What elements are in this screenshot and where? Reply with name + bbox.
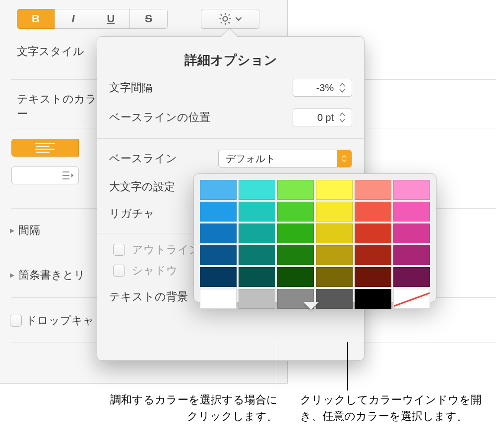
color-swatch[interactable] xyxy=(355,180,391,200)
char-spacing-field[interactable]: -3% xyxy=(293,79,352,97)
underline-button[interactable]: U xyxy=(92,9,130,29)
shadow-checkbox[interactable] xyxy=(113,265,125,277)
dropcap-checkbox[interactable] xyxy=(10,315,22,327)
spacing-label: 間隔 xyxy=(18,223,40,238)
color-swatch[interactable] xyxy=(355,202,391,222)
popover-arrow xyxy=(303,302,319,310)
ligature-label: リガチャ xyxy=(109,206,155,221)
char-spacing-value: -3% xyxy=(316,82,339,94)
color-swatch[interactable] xyxy=(316,289,353,309)
style-segment: B I U S xyxy=(17,9,168,29)
dropcap-row[interactable]: ドロップキャ xyxy=(10,313,94,328)
bullets-section[interactable]: ▶ 箇条書きとリ xyxy=(10,268,85,282)
color-swatch[interactable] xyxy=(316,245,353,265)
color-swatch[interactable] xyxy=(393,245,430,265)
align-left-icon xyxy=(12,139,78,156)
strike-button[interactable]: S xyxy=(130,9,168,29)
advanced-options-button[interactable] xyxy=(201,9,259,29)
chevron-right-icon: ▶ xyxy=(10,272,14,279)
color-swatch[interactable] xyxy=(277,202,314,222)
color-swatch[interactable] xyxy=(393,202,430,222)
color-swatch[interactable] xyxy=(239,202,275,222)
svg-point-0 xyxy=(223,16,227,21)
color-swatch[interactable] xyxy=(355,289,391,309)
color-swatch[interactable] xyxy=(200,289,237,309)
baseline-pos-value: 0 pt xyxy=(317,112,339,123)
list-indent-button[interactable] xyxy=(11,167,79,184)
color-swatch[interactable] xyxy=(355,267,391,287)
color-swatch[interactable] xyxy=(316,224,353,243)
callout-right: クリックしてカラーウインドウを開き、任意のカラーを選択します。 xyxy=(300,392,484,424)
baseline-select[interactable]: デフォルト xyxy=(218,150,352,168)
color-swatch[interactable] xyxy=(277,267,314,287)
color-swatch[interactable] xyxy=(277,224,314,243)
color-swatch[interactable] xyxy=(355,224,391,243)
no-color-swatch[interactable] xyxy=(393,289,430,309)
list-icon xyxy=(62,171,73,180)
color-swatch[interactable] xyxy=(393,267,430,287)
caps-label: 大文字の設定 xyxy=(109,179,175,194)
stepper-icon[interactable] xyxy=(339,82,349,93)
text-bg-label: テキストの背景 xyxy=(109,289,188,304)
color-swatch[interactable] xyxy=(239,224,275,243)
color-swatch[interactable] xyxy=(200,245,237,265)
align-left-button[interactable] xyxy=(11,139,79,157)
color-swatch[interactable] xyxy=(200,224,237,243)
color-swatch[interactable] xyxy=(239,180,275,200)
baseline-pos-field[interactable]: 0 pt xyxy=(293,109,352,126)
chevron-right-icon: ▶ xyxy=(10,227,14,234)
chevron-down-icon xyxy=(235,15,242,22)
spacing-section[interactable]: ▶ 間隔 xyxy=(10,223,40,238)
color-swatch[interactable] xyxy=(200,180,237,200)
color-swatch[interactable] xyxy=(239,267,275,287)
select-arrows-icon xyxy=(337,150,352,167)
callout-line xyxy=(347,342,348,391)
color-swatch[interactable] xyxy=(239,245,275,265)
divider xyxy=(97,138,364,139)
popover-arrow xyxy=(221,29,237,37)
stepper-icon[interactable] xyxy=(339,112,349,123)
color-swatch[interactable] xyxy=(393,180,430,200)
callout-line xyxy=(277,342,277,391)
char-spacing-label: 文字間隔 xyxy=(109,80,153,95)
popover-title: 詳細オプション xyxy=(97,52,364,69)
gear-icon xyxy=(218,12,232,26)
dropcap-label: ドロップキャ xyxy=(26,313,94,328)
baseline-pos-label: ベースラインの位置 xyxy=(109,110,210,125)
color-swatch[interactable] xyxy=(316,202,353,222)
color-swatch[interactable] xyxy=(200,267,237,287)
char-style-label: 文字スタイル xyxy=(17,44,106,59)
baseline-label: ベースライン xyxy=(109,151,177,166)
color-swatch[interactable] xyxy=(316,180,353,200)
shadow-label: シャドウ xyxy=(132,263,178,278)
color-swatch[interactable] xyxy=(239,289,275,309)
color-swatch[interactable] xyxy=(277,180,314,200)
baseline-value: デフォルト xyxy=(226,152,275,166)
color-swatch[interactable] xyxy=(316,267,353,287)
bullets-label: 箇条書きとリ xyxy=(18,268,85,282)
color-swatch[interactable] xyxy=(393,224,430,243)
color-palette-popover xyxy=(193,173,436,302)
text-style-toolbar: B I U S xyxy=(17,9,168,29)
outline-checkbox[interactable] xyxy=(113,244,125,256)
color-swatch[interactable] xyxy=(355,245,391,265)
color-swatch[interactable] xyxy=(200,202,237,222)
callout-left: 調和するカラーを選択する場合にクリックします。 xyxy=(99,392,278,424)
color-swatch[interactable] xyxy=(277,245,314,265)
bold-button[interactable]: B xyxy=(17,9,55,29)
outline-label: アウトライン xyxy=(132,242,200,257)
italic-button[interactable]: I xyxy=(55,9,92,29)
swatch-grid xyxy=(200,180,430,309)
text-color-label: テキストのカラー xyxy=(17,92,106,121)
